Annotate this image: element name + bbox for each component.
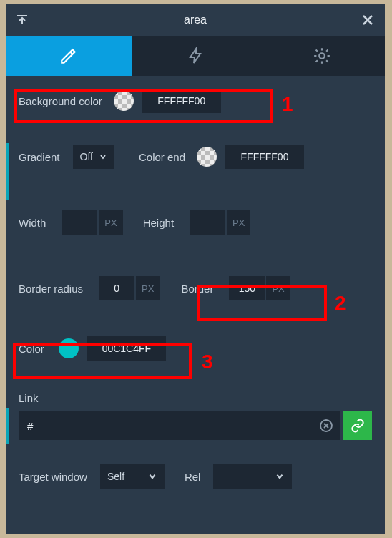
height-unit: PX: [227, 210, 250, 235]
close-icon[interactable]: [361, 13, 375, 30]
target-window-select[interactable]: Self: [100, 464, 165, 489]
border-label: Border: [181, 283, 213, 295]
link-chain-button[interactable]: [343, 411, 372, 440]
color-end-input[interactable]: [225, 145, 304, 169]
width-unit: PX: [99, 210, 122, 235]
gradient-toggle-value: Off: [80, 151, 93, 162]
border-radius-input[interactable]: [99, 276, 134, 300]
svg-point-0: [319, 53, 325, 59]
border-radius-unit: PX: [136, 276, 160, 300]
clear-link-button[interactable]: [312, 411, 340, 440]
row-dimensions: Width PX Height PX: [19, 210, 372, 235]
tab-settings[interactable]: [258, 36, 385, 76]
color-label: Color: [19, 343, 44, 355]
row-target-rel: Target window Self Rel: [19, 464, 372, 489]
panel-title: area: [184, 14, 207, 26]
color-input[interactable]: [87, 336, 166, 361]
row-background-color: Background color: [19, 89, 372, 113]
color-swatch[interactable]: [59, 338, 79, 358]
width-label: Width: [19, 217, 46, 229]
accent-strip: [6, 408, 9, 444]
target-window-value: Self: [107, 471, 124, 482]
background-color-input[interactable]: [142, 89, 221, 113]
height-input[interactable]: [190, 210, 225, 235]
title-bar: area: [6, 4, 385, 36]
link-input[interactable]: [19, 411, 312, 440]
gradient-toggle[interactable]: Off: [73, 145, 114, 169]
row-border: Border radius PX Border PX: [19, 276, 372, 300]
border-unit: PX: [266, 276, 290, 300]
link-label: Link: [19, 392, 372, 404]
border-input[interactable]: [229, 276, 265, 300]
accent-strip: [6, 143, 9, 200]
background-color-label: Background color: [19, 95, 102, 107]
row-color: Color: [19, 336, 372, 361]
color-end-swatch[interactable]: [197, 147, 217, 167]
panel-content: Background color Gradient Off Color end …: [6, 76, 385, 489]
color-end-label: Color end: [139, 151, 185, 163]
target-window-label: Target window: [19, 471, 87, 483]
tab-style[interactable]: [6, 36, 132, 76]
background-color-swatch[interactable]: [114, 91, 134, 111]
row-gradient: Gradient Off Color end: [19, 145, 372, 169]
tab-actions[interactable]: [132, 36, 259, 76]
height-label: Height: [143, 217, 174, 229]
width-input[interactable]: [62, 210, 97, 235]
border-radius-label: Border radius: [19, 283, 83, 295]
collapse-icon[interactable]: [16, 13, 29, 29]
gradient-label: Gradient: [19, 151, 60, 163]
row-link: [19, 411, 372, 440]
rel-label: Rel: [185, 471, 201, 483]
rel-select[interactable]: [213, 464, 292, 489]
properties-panel: area Background color Gradient Off Col: [6, 4, 385, 534]
tabs: [6, 36, 385, 76]
